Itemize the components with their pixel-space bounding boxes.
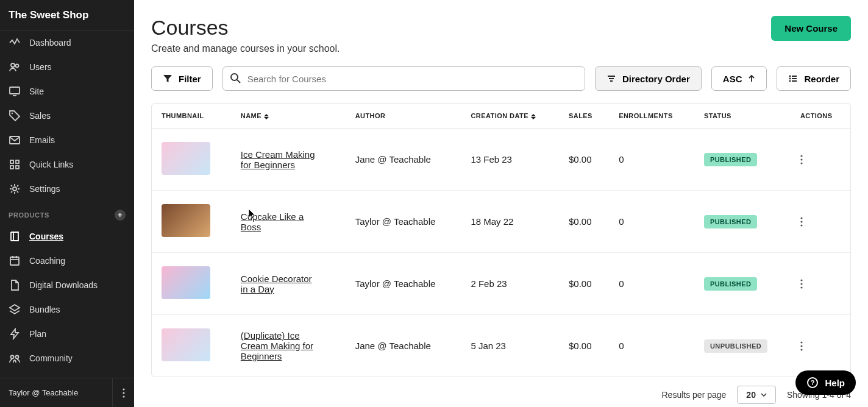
row-actions-button[interactable]: [791, 191, 850, 253]
help-icon: ?: [806, 377, 819, 389]
user-more-button[interactable]: [112, 378, 134, 408]
nav-courses[interactable]: Courses: [0, 224, 134, 249]
nav-users[interactable]: Users: [0, 55, 134, 79]
course-author: Taylor @ Teachable: [346, 253, 461, 315]
svg-point-43: [800, 345, 802, 347]
reorder-button[interactable]: Reorder: [777, 66, 851, 91]
nav-label: Sales: [29, 111, 51, 121]
nav-label: Plan: [29, 329, 46, 339]
nav-community[interactable]: Community: [0, 346, 134, 370]
table-row: Ice Cream Making for BeginnersJane @ Tea…: [152, 129, 850, 191]
chevron-down-icon: [761, 393, 767, 397]
col-creation[interactable]: CREATION DATE: [461, 104, 559, 129]
course-thumbnail[interactable]: [162, 142, 210, 175]
svg-point-40: [800, 283, 802, 285]
svg-point-44: [800, 349, 802, 350]
search-icon: [230, 73, 241, 83]
svg-point-36: [800, 217, 802, 219]
activity-icon: [9, 37, 21, 49]
svg-point-10: [13, 187, 16, 191]
nav-label: Quick Links: [29, 160, 73, 169]
reorder-label: Reorder: [804, 74, 839, 84]
svg-point-35: [800, 162, 802, 164]
more-vertical-icon: [800, 341, 803, 351]
sidebar: The Sweet Shop DashboardUsersSiteSalesEm…: [0, 0, 134, 407]
svg-point-41: [800, 286, 802, 288]
course-date: 18 May 22: [461, 191, 559, 253]
svg-rect-9: [16, 166, 19, 169]
nav-bundles[interactable]: Bundles: [0, 297, 134, 322]
course-enrollments: 0: [609, 191, 694, 253]
svg-point-4: [12, 113, 13, 114]
svg-marker-16: [11, 329, 18, 339]
per-page-value: 20: [746, 390, 756, 400]
current-user: Taylor @ Teachable: [9, 388, 78, 397]
status-badge: PUBLISHED: [704, 153, 758, 166]
course-thumbnail[interactable]: [162, 328, 210, 361]
page-header: Courses Create and manage courses in you…: [134, 0, 868, 54]
pagination: Results per page 20 Showing 1-4 of 4: [134, 377, 868, 404]
row-actions-button[interactable]: [791, 315, 850, 377]
course-date: 13 Feb 23: [461, 129, 559, 191]
svg-point-39: [800, 279, 802, 281]
nav-quick-links[interactable]: Quick Links: [0, 152, 134, 177]
course-name-link[interactable]: Cupcake Like a Boss: [241, 211, 320, 232]
sort-toggle-icon: [264, 114, 269, 119]
nav-label: Coaching: [29, 256, 65, 266]
arrow-up-icon: [748, 75, 755, 82]
course-name-link[interactable]: (Duplicate) Ice Cream Making for Beginne…: [241, 330, 320, 361]
per-page-select[interactable]: 20: [737, 386, 776, 404]
course-author: Jane @ Teachable: [346, 129, 461, 191]
nav-digital-downloads[interactable]: Digital Downloads: [0, 273, 134, 297]
nav-site[interactable]: Site: [0, 79, 134, 104]
nav-plan[interactable]: Plan: [0, 322, 134, 346]
add-product-button[interactable]: +: [115, 210, 126, 221]
search-input[interactable]: [222, 66, 585, 91]
course-thumbnail[interactable]: [162, 266, 210, 299]
course-sales: $0.00: [559, 315, 609, 377]
course-thumbnail[interactable]: [162, 204, 210, 237]
col-name[interactable]: NAME: [231, 104, 346, 129]
svg-point-42: [800, 341, 802, 343]
filter-button[interactable]: Filter: [151, 66, 213, 91]
table-row: Cookie Decorator in a DayTaylor @ Teacha…: [152, 253, 850, 315]
page-title: Courses: [151, 16, 340, 40]
nav-coaching[interactable]: Coaching: [0, 249, 134, 273]
layers-icon: [9, 303, 21, 316]
sort-direction-button[interactable]: ASC: [711, 66, 767, 91]
file-icon: [9, 279, 21, 291]
svg-point-21: [123, 395, 124, 397]
help-button[interactable]: ? Help: [795, 370, 856, 395]
svg-point-19: [123, 388, 124, 390]
svg-rect-8: [10, 166, 13, 169]
course-enrollments: 0: [609, 315, 694, 377]
more-vertical-icon: [123, 388, 125, 398]
nav-dashboard[interactable]: Dashboard: [0, 30, 134, 55]
tag-icon: [9, 110, 21, 122]
col-status: STATUS: [694, 104, 791, 129]
table-row: (Duplicate) Ice Cream Making for Beginne…: [152, 315, 850, 377]
course-author: Taylor @ Teachable: [346, 191, 461, 253]
monitor-icon: [9, 85, 21, 97]
course-name-link[interactable]: Cookie Decorator in a Day: [241, 274, 320, 294]
status-badge: PUBLISHED: [704, 277, 758, 291]
sort-field-button[interactable]: Directory Order: [595, 66, 702, 91]
row-actions-button[interactable]: [791, 129, 850, 191]
svg-point-0: [11, 63, 15, 67]
nav-emails[interactable]: Emails: [0, 128, 134, 152]
per-page-label: Results per page: [662, 390, 727, 400]
nav-label: Users: [29, 62, 52, 72]
course-name-link[interactable]: Ice Cream Making for Beginners: [241, 149, 320, 170]
new-course-button[interactable]: New Course: [771, 16, 851, 41]
row-actions-button[interactable]: [791, 253, 850, 315]
nav-sales[interactable]: Sales: [0, 104, 134, 128]
course-author: Jane @ Teachable: [346, 315, 461, 377]
courses-table: THUMBNAIL NAME AUTHOR CREATION DATE SALE…: [151, 103, 851, 377]
course-sales: $0.00: [559, 253, 609, 315]
svg-rect-2: [10, 87, 20, 94]
course-enrollments: 0: [609, 253, 694, 315]
svg-point-34: [800, 158, 802, 160]
filter-icon: [163, 74, 173, 83]
nav-settings[interactable]: Settings: [0, 177, 134, 201]
nav-label: Digital Downloads: [29, 280, 98, 290]
